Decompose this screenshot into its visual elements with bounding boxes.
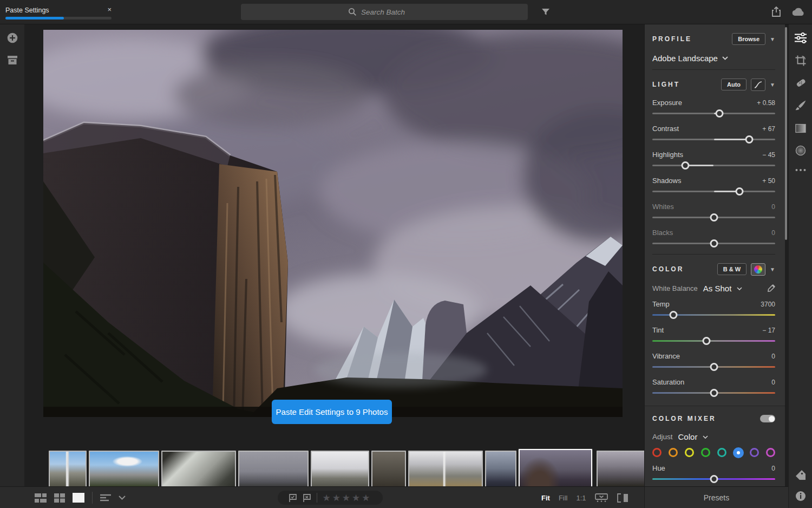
- cloud-sync-icon[interactable]: [791, 6, 806, 17]
- slider-handle[interactable]: [702, 337, 710, 345]
- filter-icon[interactable]: [541, 8, 550, 16]
- hue-slider[interactable]: Hue0: [652, 464, 775, 483]
- paste-progress-fill: [5, 17, 64, 19]
- profile-collapse-icon[interactable]: ▼: [770, 36, 775, 42]
- batch-tab[interactable]: Paste Settings ×: [5, 5, 112, 15]
- teal-channel-dot[interactable]: [717, 448, 726, 457]
- color-mixer-toggle[interactable]: [760, 415, 775, 422]
- green-channel-dot[interactable]: [701, 448, 710, 457]
- tint-slider[interactable]: Tint− 17: [652, 326, 775, 345]
- pick-flag-icon[interactable]: [289, 494, 298, 502]
- mosaic-view-icon[interactable]: [35, 493, 47, 503]
- adjust-selector[interactable]: Color: [678, 432, 698, 441]
- search-field[interactable]: [241, 4, 528, 20]
- info-icon[interactable]: [795, 491, 806, 502]
- red-channel-dot[interactable]: [652, 448, 662, 457]
- slider-track[interactable]: [652, 161, 775, 170]
- healing-brush-icon[interactable]: [795, 77, 807, 89]
- star-rating[interactable]: ★★★★★: [322, 492, 371, 504]
- purple-channel-dot[interactable]: [750, 448, 759, 457]
- browse-button[interactable]: Browse: [732, 33, 765, 45]
- grid-view-icon[interactable]: [54, 493, 65, 503]
- blacks-slider[interactable]: Blacks0: [652, 229, 775, 248]
- reject-flag-icon[interactable]: [303, 494, 312, 502]
- slider-label: Saturation: [652, 378, 684, 386]
- profile-name: Adobe Landscape: [652, 54, 718, 63]
- slider-handle[interactable]: [710, 475, 718, 483]
- yellow-channel-dot[interactable]: [685, 448, 694, 457]
- color-wheel-button[interactable]: [751, 263, 765, 276]
- tone-curve-button[interactable]: [751, 79, 765, 91]
- filmstrip-toggle-icon[interactable]: [595, 493, 608, 502]
- slider-handle[interactable]: [745, 135, 754, 144]
- slider-track[interactable]: [652, 109, 775, 118]
- slider-handle[interactable]: [710, 239, 718, 248]
- slider-track[interactable]: [652, 310, 775, 319]
- edit-panel: PROFILE Browse ▼ Adobe Landscape LIGHT A…: [644, 24, 785, 486]
- auto-button[interactable]: Auto: [721, 79, 746, 90]
- right-tool-rail: [788, 24, 812, 508]
- highlights-slider[interactable]: Highlights− 45: [652, 151, 775, 170]
- slider-handle[interactable]: [669, 311, 677, 319]
- saturation-slider[interactable]: Saturation0: [652, 378, 775, 397]
- bottom-toolbar: ★★★★★ Fit Fill 1:1: [0, 486, 644, 508]
- magenta-channel-dot[interactable]: [766, 448, 775, 457]
- whites-slider[interactable]: Whites0: [652, 203, 775, 222]
- temp-slider[interactable]: Temp3700: [652, 300, 775, 319]
- blue-channel-dot-selected[interactable]: [733, 447, 744, 458]
- slider-label: Hue: [652, 464, 665, 472]
- slider-handle[interactable]: [715, 109, 723, 118]
- search-input[interactable]: [361, 8, 421, 16]
- profile-selector[interactable]: Adobe Landscape: [652, 54, 775, 63]
- slider-track[interactable]: [652, 213, 775, 222]
- close-icon[interactable]: ×: [107, 5, 112, 14]
- slider-track[interactable]: [652, 336, 775, 345]
- bw-button[interactable]: B & W: [717, 263, 746, 275]
- more-tools-icon[interactable]: [795, 169, 806, 172]
- detail-view-icon[interactable]: [73, 493, 84, 503]
- presets-button[interactable]: Presets: [644, 486, 788, 508]
- linear-gradient-icon[interactable]: [795, 124, 806, 133]
- shadows-slider[interactable]: Shadows+ 50: [652, 177, 775, 196]
- edit-sliders-icon[interactable]: [795, 32, 807, 43]
- brush-icon[interactable]: [795, 100, 806, 112]
- slider-value: 0: [771, 379, 775, 386]
- slider-handle[interactable]: [710, 363, 718, 371]
- zoom-fill-button[interactable]: Fill: [559, 494, 568, 502]
- exposure-slider[interactable]: Exposure+ 0.58: [652, 99, 775, 118]
- keywords-tag-icon[interactable]: [795, 469, 807, 481]
- panel-scrollbar[interactable]: [785, 27, 787, 240]
- light-collapse-icon[interactable]: ▼: [770, 82, 775, 88]
- slider-handle[interactable]: [710, 213, 718, 222]
- sort-chevron-icon[interactable]: [119, 496, 126, 500]
- share-icon[interactable]: [771, 6, 781, 17]
- slider-track[interactable]: [652, 474, 775, 483]
- slider-track[interactable]: [652, 388, 775, 397]
- toolbar-divider: [92, 492, 93, 504]
- contrast-slider[interactable]: Contrast+ 67: [652, 125, 775, 144]
- albums-icon[interactable]: [7, 55, 18, 65]
- main-photo[interactable]: [43, 30, 623, 417]
- add-photos-icon[interactable]: [6, 32, 18, 44]
- color-section-title: COLOR: [652, 265, 684, 273]
- radial-gradient-icon[interactable]: [795, 145, 806, 157]
- slider-track[interactable]: [652, 187, 775, 196]
- adjust-label: Adjust: [652, 433, 673, 441]
- vibrance-slider[interactable]: Vibrance0: [652, 352, 775, 371]
- slider-handle[interactable]: [682, 161, 690, 170]
- sort-icon[interactable]: [100, 494, 111, 502]
- paste-settings-button[interactable]: Paste Edit Settings to 9 Photos: [272, 400, 392, 424]
- color-collapse-icon[interactable]: ▼: [770, 266, 775, 272]
- slider-handle[interactable]: [710, 389, 718, 397]
- slider-track[interactable]: [652, 362, 775, 371]
- before-after-icon[interactable]: [617, 493, 628, 503]
- eyedropper-icon[interactable]: [767, 284, 775, 292]
- white-balance-selector[interactable]: As Shot: [703, 284, 732, 293]
- zoom-fit-button[interactable]: Fit: [541, 494, 550, 502]
- slider-track[interactable]: [652, 239, 775, 248]
- slider-track[interactable]: [652, 135, 775, 144]
- zoom-1to1-button[interactable]: 1:1: [577, 494, 586, 502]
- crop-rotate-icon[interactable]: [795, 55, 806, 67]
- slider-handle[interactable]: [736, 187, 744, 196]
- orange-channel-dot[interactable]: [669, 448, 678, 457]
